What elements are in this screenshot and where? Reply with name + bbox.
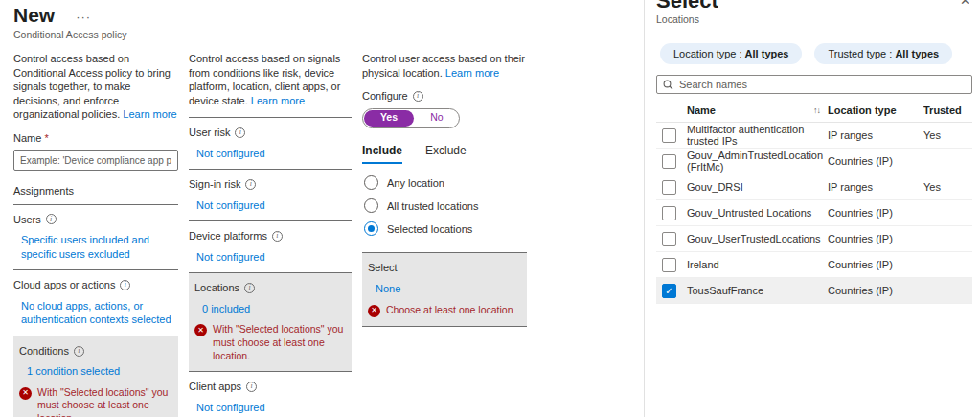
toggle-no-option[interactable]: No — [419, 111, 455, 125]
error-icon: ✕ — [194, 324, 207, 336]
row-name: Gouv_DRSI — [687, 181, 828, 193]
select-locations-panel: ✕ Select Locations Location type : All t… — [644, 0, 980, 417]
row-location-type: Countries (IP) — [828, 155, 923, 167]
table-row[interactable]: Multifactor authentication trusted IPs I… — [656, 123, 972, 149]
row-location-type: IP ranges — [828, 129, 923, 141]
more-menu-icon[interactable]: ··· — [76, 10, 91, 24]
locations-description: Control user access based on their physi… — [362, 52, 527, 80]
learn-more-link[interactable]: Learn more — [445, 67, 499, 79]
info-icon: i — [246, 382, 257, 392]
row-checkbox[interactable] — [662, 206, 676, 220]
row-name: Gouv_Untrusted Locations — [687, 207, 828, 219]
radio-any-location[interactable]: Any location — [364, 175, 527, 190]
radio-icon[interactable] — [364, 175, 378, 190]
header-location-type[interactable]: Location type — [828, 104, 923, 116]
table-row[interactable]: Gouv_UserTrustedLocations Countries (IP) — [656, 226, 972, 252]
locations-section: Locationsi 0 included ✕ With "Selected l… — [189, 273, 352, 371]
toggle-yes-option[interactable]: Yes — [364, 110, 414, 127]
conditions-error: ✕ With "Selected locations" you must cho… — [19, 386, 172, 417]
search-icon — [663, 80, 673, 90]
cloud-apps-section: Cloud apps or actionsi No cloud apps, ac… — [13, 270, 178, 336]
assignments-heading: Assignments — [13, 184, 178, 204]
radio-icon[interactable] — [364, 198, 378, 213]
sort-icon[interactable]: ↑↓ — [813, 105, 820, 115]
users-section: Usersi Specific users included and speci… — [13, 205, 178, 270]
table-row[interactable]: ✓ TousSaufFrance Countries (IP) — [656, 278, 972, 304]
trusted-type-filter[interactable]: Trusted type : All types — [814, 43, 952, 64]
table-row[interactable]: Gouv_DRSI IP ranges Yes — [656, 174, 972, 200]
search-input[interactable] — [679, 79, 966, 90]
conditions-link[interactable]: 1 condition selected — [19, 364, 172, 379]
divider — [362, 326, 527, 327]
table-row[interactable]: Gouv_AdminTrustedLocation (FrItMc) Count… — [656, 149, 972, 174]
users-label: Users — [13, 213, 41, 227]
header-name[interactable]: Name↑↓ — [687, 104, 828, 116]
locations-table: Name↑↓ Location type Trusted Multifactor… — [656, 98, 972, 304]
device-platforms-section: Device platformsi Not configured — [189, 221, 352, 272]
info-icon: i — [244, 283, 255, 293]
select-error: ✕ Choose at least one location — [368, 304, 521, 317]
close-icon[interactable]: ✕ — [960, 0, 970, 8]
info-icon: i — [245, 179, 256, 190]
client-apps-link[interactable]: Not configured — [189, 401, 352, 415]
client-apps-section: Client appsi Not configured — [189, 372, 352, 417]
error-icon: ✕ — [19, 387, 32, 400]
error-icon: ✕ — [368, 305, 380, 317]
include-exclude-tabs: Include Exclude — [362, 144, 527, 165]
radio-selected-label: Selected locations — [387, 222, 472, 237]
row-checkbox[interactable]: ✓ — [662, 284, 676, 298]
policy-description: Control access based on Conditional Acce… — [13, 52, 178, 122]
table-row[interactable]: Ireland Countries (IP) — [656, 252, 972, 278]
conditions-description: Control access based on signals from con… — [189, 52, 352, 107]
radio-selected-locations[interactable]: Selected locations — [364, 221, 527, 236]
select-label: Select — [368, 261, 398, 275]
radio-icon-selected[interactable] — [364, 221, 378, 236]
users-link[interactable]: Specific users included and specific use… — [13, 233, 178, 261]
tab-exclude[interactable]: Exclude — [425, 144, 467, 165]
locations-error: ✕ With "Selected locations" you must cho… — [194, 323, 346, 362]
page-title: New — [13, 4, 55, 26]
table-header: Name↑↓ Location type Trusted — [656, 98, 972, 123]
user-risk-label: User risk — [189, 126, 230, 140]
row-location-type: Countries (IP) — [828, 233, 923, 244]
row-location-type: Countries (IP) — [828, 259, 923, 270]
info-icon: i — [120, 280, 130, 290]
select-none-link[interactable]: None — [368, 282, 521, 296]
conditions-label: Conditions — [19, 344, 69, 359]
signin-risk-section: Sign-in riski Not configured — [189, 170, 352, 220]
conditional-access-blade: New ··· Conditional Access policy Contro… — [0, 0, 644, 417]
row-checkbox[interactable] — [662, 128, 676, 143]
radio-all-trusted-label: All trusted locations — [387, 199, 478, 214]
tab-include[interactable]: Include — [362, 144, 402, 165]
name-input[interactable] — [13, 150, 178, 171]
location-type-filter[interactable]: Location type : All types — [660, 43, 802, 64]
header-trusted[interactable]: Trusted — [923, 104, 972, 116]
panel-subtitle: Locations — [656, 13, 972, 25]
filter-value: All types — [895, 48, 939, 59]
row-checkbox[interactable] — [662, 154, 676, 169]
client-apps-label: Client apps — [189, 380, 241, 394]
row-checkbox[interactable] — [662, 232, 676, 246]
row-trusted: Yes — [923, 181, 972, 193]
configure-label: Configure — [362, 89, 408, 104]
configure-toggle[interactable]: Yes No — [362, 108, 460, 128]
info-icon: i — [272, 231, 283, 242]
cloud-apps-label: Cloud apps or actions — [13, 278, 115, 292]
signin-risk-link[interactable]: Not configured — [189, 198, 352, 213]
filter-pills: Location type : All types Trusted type :… — [660, 43, 972, 64]
learn-more-link[interactable]: Learn more — [251, 95, 305, 106]
row-checkbox[interactable] — [662, 258, 676, 272]
learn-more-link[interactable]: Learn more — [123, 108, 176, 120]
cloud-apps-link[interactable]: No cloud apps, actions, or authenticatio… — [13, 299, 178, 327]
radio-all-trusted-locations[interactable]: All trusted locations — [364, 198, 527, 213]
row-checkbox[interactable] — [662, 180, 676, 195]
user-risk-link[interactable]: Not configured — [189, 147, 352, 161]
table-body: Multifactor authentication trusted IPs I… — [656, 123, 972, 304]
required-asterisk: * — [44, 132, 48, 144]
table-row[interactable]: Gouv_Untrusted Locations Countries (IP) — [656, 200, 972, 226]
filter-label: Location type : — [673, 48, 745, 59]
row-location-type: Countries (IP) — [828, 285, 923, 296]
configure-label-row: Configurei — [362, 89, 527, 104]
device-platforms-link[interactable]: Not configured — [189, 250, 352, 265]
locations-link[interactable]: 0 included — [194, 302, 346, 316]
